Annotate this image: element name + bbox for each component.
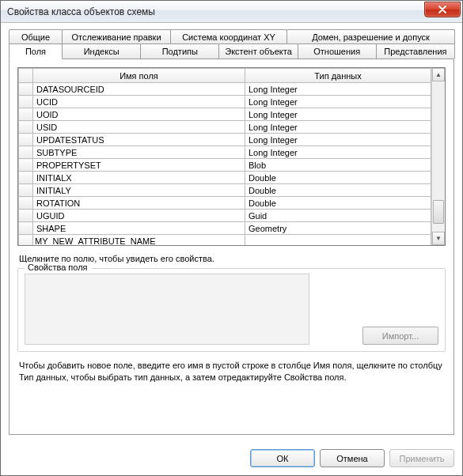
tab-panel-fields: Имя поля Тип данных DATASOURCEIDLong Int… [9, 59, 454, 435]
table-row[interactable]: SHAPEGeometry [19, 222, 431, 235]
row-header[interactable] [19, 172, 33, 184]
field-properties-legend: Свойства поля [25, 263, 91, 272]
cell-field-name[interactable]: SUBTYPE [33, 146, 245, 159]
dialog-content: Общие Отслеживание правки Система коорди… [1, 23, 462, 443]
cell-field-type[interactable]: Double [245, 184, 431, 197]
cell-field-type[interactable]: Guid [245, 210, 431, 222]
tab-extent[interactable]: Экстент объекта [218, 43, 298, 59]
scroll-track[interactable] [432, 81, 445, 232]
cell-field-type[interactable]: Long Integer [245, 146, 431, 159]
row-header[interactable] [19, 134, 33, 146]
row-header[interactable] [19, 197, 33, 210]
window-title: Свойства класса объектов схемы [7, 6, 424, 17]
cell-field-type[interactable]: Long Integer [245, 83, 431, 96]
import-button[interactable]: Импорт... [362, 327, 438, 345]
col-header-name[interactable]: Имя поля [33, 69, 245, 83]
fields-grid-scroll: Имя поля Тип данных DATASOURCEIDLong Int… [18, 68, 431, 245]
row-header[interactable] [19, 222, 33, 235]
table-row[interactable]: DATASOURCEIDLong Integer [19, 83, 431, 96]
titlebar: Свойства класса объектов схемы [1, 1, 462, 23]
cell-field-name[interactable]: PROPERTYSET [33, 159, 245, 172]
scroll-up-arrow-icon[interactable]: ▲ [432, 68, 445, 81]
tab-subtypes[interactable]: Подтипы [140, 43, 219, 59]
table-row[interactable]: INITIALYDouble [19, 184, 431, 197]
cell-field-name[interactable]: INITIALX [33, 172, 245, 184]
table-row[interactable]: SUBTYPELong Integer [19, 146, 431, 159]
scroll-down-arrow-icon[interactable]: ▼ [432, 232, 445, 245]
table-row[interactable]: INITIALXDouble [19, 172, 431, 184]
cell-field-name-editing[interactable] [33, 235, 245, 246]
row-header[interactable] [19, 235, 33, 246]
table-row[interactable]: USIDLong Integer [19, 121, 431, 134]
cell-field-type[interactable]: Long Integer [245, 96, 431, 108]
cell-field-name[interactable]: ROTATION [33, 197, 245, 210]
dialog-window: Свойства класса объектов схемы Общие Отс… [0, 0, 463, 476]
tab-domain-res[interactable]: Домен, разрешение и допуск [287, 29, 455, 44]
dialog-button-row: ОК Отмена Применить [1, 443, 462, 475]
cell-field-name[interactable]: UOID [33, 108, 245, 121]
table-row-editing[interactable] [19, 235, 431, 246]
field-properties-box[interactable] [25, 274, 309, 345]
table-row[interactable]: UPDATESTATUSLong Integer [19, 134, 431, 146]
tab-representations[interactable]: Представления [376, 43, 455, 59]
tab-row-upper: Общие Отслеживание правки Система коорди… [9, 29, 454, 44]
tab-editor-track[interactable]: Отслеживание правки [62, 29, 171, 44]
fields-grid[interactable]: Имя поля Тип данных DATASOURCEIDLong Int… [18, 68, 431, 245]
grid-corner [19, 69, 33, 83]
table-row[interactable]: PROPERTYSETBlob [19, 159, 431, 172]
tab-row-lower: Поля Индексы Подтипы Экстент объекта Отн… [9, 43, 454, 59]
tab-fields[interactable]: Поля [9, 43, 63, 59]
close-icon [438, 6, 447, 13]
table-row[interactable]: UCIDLong Integer [19, 96, 431, 108]
row-header[interactable] [19, 210, 33, 222]
table-row[interactable]: ROTATIONDouble [19, 197, 431, 210]
cell-field-name[interactable]: USID [33, 121, 245, 134]
row-header[interactable] [19, 146, 33, 159]
cell-field-type[interactable]: Double [245, 172, 431, 184]
cell-field-type[interactable]: Long Integer [245, 134, 431, 146]
scroll-thumb[interactable] [433, 200, 444, 224]
grid-vscrollbar[interactable]: ▲ ▼ [431, 68, 445, 245]
row-header[interactable] [19, 184, 33, 197]
table-row[interactable]: UOIDLong Integer [19, 108, 431, 121]
cell-field-type[interactable]: Blob [245, 159, 431, 172]
tab-coord-xy[interactable]: Система координат XY [170, 29, 287, 44]
cell-field-type[interactable]: Double [245, 197, 431, 210]
cell-field-name[interactable]: UGUID [33, 210, 245, 222]
cell-field-type[interactable]: Geometry [245, 222, 431, 235]
footer-help-text: Чтобы добавить новое поле, введите его и… [19, 360, 444, 383]
tab-general[interactable]: Общие [9, 29, 63, 44]
cell-field-name[interactable]: INITIALY [33, 184, 245, 197]
row-header[interactable] [19, 96, 33, 108]
apply-button[interactable]: Применить [389, 449, 454, 467]
row-header[interactable] [19, 83, 33, 96]
row-header[interactable] [19, 121, 33, 134]
ok-button[interactable]: ОК [250, 449, 315, 467]
row-header[interactable] [19, 159, 33, 172]
tab-relations[interactable]: Отношения [298, 43, 377, 59]
col-header-type[interactable]: Тип данных [245, 69, 431, 83]
table-row[interactable]: UGUIDGuid [19, 210, 431, 222]
tab-strip: Общие Отслеживание правки Система коорди… [9, 29, 454, 59]
close-button[interactable] [424, 2, 461, 17]
field-name-input[interactable] [33, 235, 245, 245]
cell-field-name[interactable]: SHAPE [33, 222, 245, 235]
tab-indexes[interactable]: Индексы [62, 43, 141, 59]
row-header[interactable] [19, 108, 33, 121]
cancel-button[interactable]: Отмена [320, 449, 385, 467]
cell-field-type[interactable]: Long Integer [245, 108, 431, 121]
fields-grid-wrap: Имя поля Тип данных DATASOURCEIDLong Int… [17, 67, 446, 246]
cell-field-name[interactable]: DATASOURCEID [33, 83, 245, 96]
cell-field-type[interactable] [245, 235, 431, 246]
grid-header-row: Имя поля Тип данных [19, 69, 431, 83]
cell-field-type[interactable]: Long Integer [245, 121, 431, 134]
cell-field-name[interactable]: UPDATESTATUS [33, 134, 245, 146]
field-properties-group: Свойства поля Импорт... [17, 268, 446, 352]
cell-field-name[interactable]: UCID [33, 96, 245, 108]
